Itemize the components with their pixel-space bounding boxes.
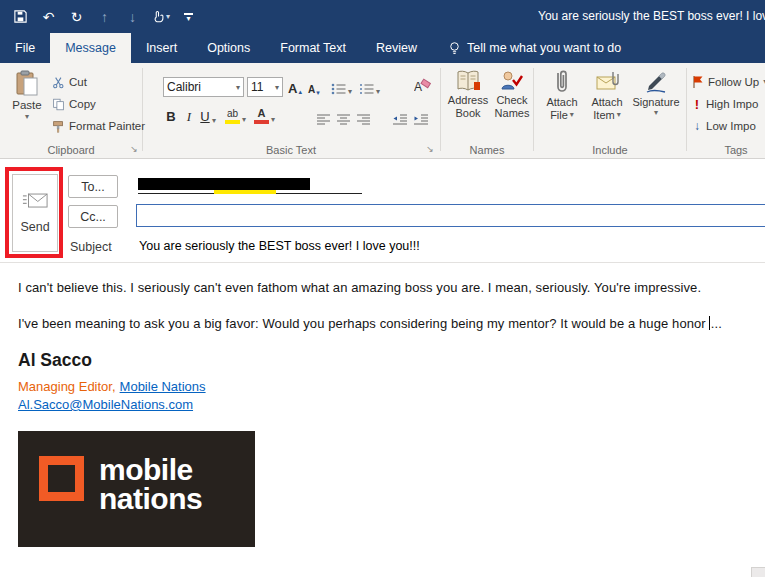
- group-divider: [142, 68, 143, 151]
- high-importance-button[interactable]: ! High Impo: [692, 94, 758, 114]
- to-button[interactable]: To...: [68, 175, 118, 198]
- attach-file-label-2: File: [550, 109, 568, 121]
- to-recipient-redacted[interactable]: [138, 177, 378, 197]
- chevron-down-icon: ▾: [275, 83, 279, 92]
- attach-file-button[interactable]: Attach File▾: [540, 69, 584, 121]
- font-name-select[interactable]: Calibri ▾: [163, 77, 244, 97]
- bullets-button[interactable]: ▾: [331, 78, 352, 96]
- numbering-icon: [359, 82, 375, 96]
- numbering-button[interactable]: ▾: [359, 78, 380, 96]
- triangle-down-icon: ▾: [316, 89, 320, 97]
- paperclip-icon: [552, 69, 572, 95]
- italic-button[interactable]: I: [183, 107, 195, 125]
- lightbulb-icon: [448, 41, 461, 56]
- font-color-icon: A: [253, 108, 270, 124]
- align-center-button[interactable]: [336, 108, 351, 126]
- touch-mode-icon[interactable]: ▾: [150, 5, 171, 29]
- move-down-icon[interactable]: ↓: [122, 5, 143, 29]
- copy-button[interactable]: Copy: [52, 94, 96, 114]
- ribbon-group-label-clipboard: Clipboard: [0, 144, 142, 156]
- chevron-down-icon: ▾: [617, 111, 621, 119]
- cc-button[interactable]: Cc...: [68, 205, 118, 228]
- increase-indent-button[interactable]: [413, 108, 429, 126]
- flag-icon: [692, 75, 704, 89]
- decrease-indent-button[interactable]: [392, 108, 408, 126]
- high-importance-label: High Impo: [706, 98, 758, 110]
- highlight-icon: ab: [224, 109, 241, 124]
- signature-button[interactable]: Signature ▾: [630, 69, 682, 117]
- tab-file[interactable]: File: [0, 33, 50, 63]
- tab-format-text[interactable]: Format Text: [265, 33, 361, 63]
- move-up-icon[interactable]: ↑: [94, 5, 115, 29]
- tab-message[interactable]: Message: [50, 33, 131, 63]
- tell-me-label: Tell me what you want to do: [467, 41, 621, 55]
- clear-formatting-button[interactable]: A: [414, 76, 431, 94]
- follow-up-label: Follow Up: [708, 76, 759, 88]
- underline-button[interactable]: U ▾: [199, 107, 216, 125]
- customize-qat-icon[interactable]: ▾: [178, 5, 199, 29]
- signature-email-link[interactable]: Al.Sacco@MobileNations.com: [18, 397, 193, 412]
- paste-button[interactable]: Paste ▾: [6, 70, 48, 140]
- copy-label: Copy: [69, 98, 96, 110]
- undo-icon[interactable]: ↶: [38, 5, 59, 29]
- clipboard-dialog-launcher[interactable]: ↘: [128, 143, 140, 155]
- check-names-label-2: Names: [495, 107, 530, 119]
- align-right-button[interactable]: [356, 108, 371, 126]
- address-book-button[interactable]: Address Book: [446, 69, 490, 119]
- triangle-up-icon: ▴: [298, 88, 302, 96]
- check-names-button[interactable]: Check Names: [491, 69, 533, 119]
- attach-file-label-1: Attach: [546, 96, 577, 108]
- cut-button[interactable]: Cut: [52, 72, 87, 92]
- cc-label: Cc...: [80, 210, 106, 224]
- decrease-indent-icon: [392, 113, 408, 126]
- ribbon-group-label-basic-text: Basic Text: [142, 144, 440, 156]
- bold-button[interactable]: B: [165, 107, 177, 125]
- align-left-button[interactable]: [316, 108, 331, 126]
- chevron-down-icon: ▾: [376, 88, 380, 96]
- grow-font-button[interactable]: A▴: [288, 78, 302, 96]
- body-paragraph-2[interactable]: I've been meaning to ask you a big favor…: [18, 316, 722, 331]
- signature-email-line: Al.Sacco@MobileNations.com: [18, 397, 193, 412]
- basic-text-dialog-launcher[interactable]: ↘: [424, 143, 436, 155]
- group-divider: [440, 68, 441, 151]
- tab-insert[interactable]: Insert: [131, 33, 192, 63]
- tell-me-box[interactable]: Tell me what you want to do: [448, 33, 621, 63]
- font-size-value: 11: [251, 80, 272, 94]
- chevron-down-icon: ▾: [166, 5, 170, 29]
- group-divider: [686, 68, 687, 151]
- attach-item-button[interactable]: Attach Item▾: [586, 69, 628, 121]
- cc-input[interactable]: [136, 204, 765, 227]
- mobile-nations-logo: mobile nations: [18, 431, 255, 547]
- header-body-divider: [0, 262, 765, 263]
- address-book-label-2: Book: [455, 107, 480, 119]
- chevron-down-icon: ▾: [271, 116, 275, 124]
- low-importance-button[interactable]: ↓ Low Impo: [692, 116, 756, 136]
- scrollbar-corner[interactable]: [751, 567, 765, 577]
- subject-input[interactable]: You are seriously the BEST boss ever! I …: [139, 239, 420, 253]
- font-size-select[interactable]: 11 ▾: [247, 77, 283, 97]
- font-color-button[interactable]: A ▾: [253, 106, 275, 124]
- clear-formatting-icon: A: [414, 78, 431, 94]
- chevron-down-icon: ▾: [654, 109, 658, 117]
- low-importance-icon: ↓: [692, 119, 702, 133]
- check-names-label-1: Check: [496, 94, 527, 106]
- signature-title: Managing Editor,: [18, 379, 116, 394]
- highlight-button[interactable]: ab ▾: [224, 106, 246, 124]
- format-painter-button[interactable]: Format Painter: [52, 116, 145, 136]
- align-center-icon: [336, 113, 351, 126]
- logo-line-2: nations: [99, 484, 202, 513]
- tab-review[interactable]: Review: [361, 33, 432, 63]
- low-importance-label: Low Impo: [706, 120, 756, 132]
- follow-up-button[interactable]: Follow Up ▾: [692, 72, 765, 92]
- save-icon[interactable]: [10, 5, 31, 29]
- signature-org-link[interactable]: Mobile Nations: [120, 379, 206, 394]
- high-importance-icon: !: [692, 97, 702, 112]
- align-right-icon: [356, 113, 371, 126]
- body-paragraph-1[interactable]: I can't believe this. I seriously can't …: [18, 280, 701, 295]
- tab-options[interactable]: Options: [192, 33, 265, 63]
- redo-icon[interactable]: ↻: [66, 5, 87, 29]
- svg-text:A: A: [414, 80, 422, 94]
- send-button[interactable]: Send: [12, 174, 58, 252]
- paste-icon: [15, 70, 39, 97]
- shrink-font-button[interactable]: A▾: [308, 79, 320, 97]
